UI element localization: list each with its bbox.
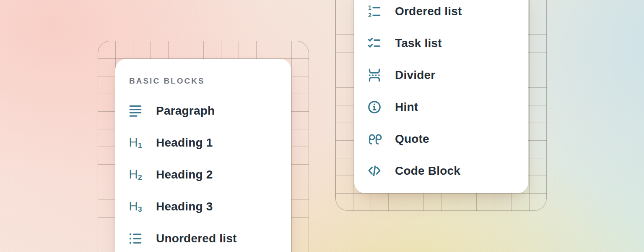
heading-3-icon: H3: [128, 199, 143, 214]
menu-item-label: Heading 2: [156, 168, 213, 181]
menu-item-label: Unordered list: [156, 232, 237, 245]
menu-item-heading-3[interactable]: H3Heading 3: [128, 191, 285, 223]
basic-blocks-menu-card: BASIC BLOCKS ParagraphH1Heading 1H2Headi…: [115, 59, 291, 252]
menu-item-paragraph[interactable]: Paragraph: [128, 95, 285, 127]
code-block-icon: [367, 163, 382, 178]
blocks-menu-card-continued: 12Ordered listTask listDividerHintQuoteC…: [354, 0, 528, 193]
task-list-icon: [367, 36, 382, 51]
hero-illustration: BASIC BLOCKS ParagraphH1Heading 1H2Headi…: [0, 0, 644, 252]
menu-item-code-block[interactable]: Code Block: [367, 155, 522, 187]
menu-item-heading-1[interactable]: H1Heading 1: [128, 127, 285, 159]
menu-item-heading-2[interactable]: H2Heading 2: [128, 159, 285, 191]
svg-text:2: 2: [368, 12, 371, 18]
menu-item-ordered-list[interactable]: 12Ordered list: [367, 0, 522, 27]
unordered-list-icon: [128, 231, 143, 246]
paragraph-icon: [128, 103, 143, 118]
blocks-menu-list: 12Ordered listTask listDividerHintQuoteC…: [367, 0, 522, 187]
heading-1-icon: H1: [128, 135, 143, 150]
svg-text:1: 1: [368, 4, 371, 11]
hint-icon: [367, 100, 382, 115]
menu-item-label: Ordered list: [395, 5, 462, 18]
menu-item-quote[interactable]: Quote: [367, 123, 522, 155]
menu-item-label: Heading 1: [156, 136, 213, 150]
menu-item-divider[interactable]: Divider: [367, 59, 522, 91]
basic-blocks-menu-list: ParagraphH1Heading 1H2Heading 2H3Heading…: [128, 95, 285, 252]
menu-item-hint[interactable]: Hint: [367, 91, 522, 123]
menu-item-task-list[interactable]: Task list: [367, 27, 522, 59]
divider-icon: [367, 68, 382, 83]
quote-icon: [367, 131, 382, 147]
menu-item-label: Heading 3: [156, 200, 213, 213]
menu-item-label: Divider: [395, 68, 435, 82]
ordered-list-icon: 12: [367, 4, 382, 19]
menu-item-label: Hint: [395, 100, 418, 114]
menu-item-label: Quote: [395, 132, 429, 146]
section-title-basic-blocks: BASIC BLOCKS: [129, 76, 205, 86]
menu-item-unordered-list[interactable]: Unordered list: [128, 223, 285, 252]
menu-item-label: Task list: [395, 37, 442, 50]
heading-2-icon: H2: [128, 167, 143, 182]
menu-item-label: Paragraph: [156, 104, 215, 118]
menu-item-label: Code Block: [395, 164, 460, 178]
